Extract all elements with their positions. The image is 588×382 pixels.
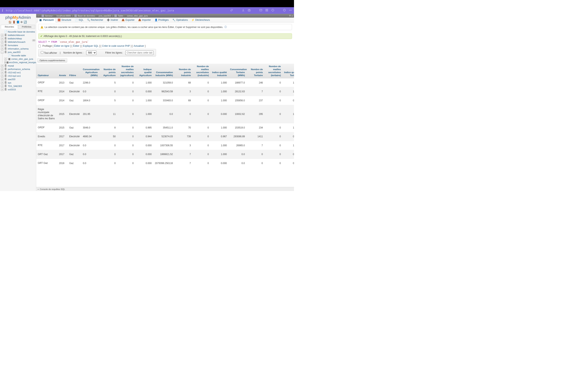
db-item[interactable]: +🗄information_schema [1,47,35,50]
tab-privileges[interactable]: 👤Privilèges [153,18,171,22]
tab-favorites[interactable]: Préférées [18,25,35,29]
column-header[interactable]: Indice qualité Tertiaire [282,64,294,78]
new-table[interactable]: 📄Nouvelle table [4,54,35,57]
column-header[interactable]: Année [57,64,68,78]
download-icon[interactable] [242,9,245,13]
url-text[interactable]: http://localhost:8887/phpMyAdmin5/index.… [6,9,230,12]
table-cell: 739 [174,132,192,141]
column-header[interactable]: Nombre de points Industrie [174,64,192,78]
column-header[interactable]: Nombre de mailles secretisées (tertiaire… [264,64,282,78]
reload-icon[interactable]: 🔄 [24,20,28,24]
mail-icon[interactable] [259,9,262,13]
filter-input[interactable] [126,51,153,55]
explain-link[interactable]: Expliquer SQL [83,45,98,47]
phpmyadmin-logo[interactable]: phpMyAdmin [0,14,36,20]
edit-inline-link[interactable]: Éditer en ligne [54,45,70,47]
db-item[interactable]: +🗄TD1_SAE303 [1,84,35,88]
table-cell: 0 [192,141,210,150]
db-item[interactable]: +🗄sys [1,81,35,84]
php-link[interactable]: Créer le code source PHP [102,45,130,47]
column-header[interactable]: Nombre de points Agriculture [99,64,117,78]
db-item-open[interactable]: −🗄jura_sae303 [1,50,35,54]
table-cell: Electricité [68,105,81,123]
collapse-left-icon[interactable]: ← [37,15,40,17]
table-cell: 3 [174,87,192,96]
extra-options-button[interactable]: Options supplémentaires [37,58,67,62]
table-cell: 0.000 [210,105,228,123]
tab-import[interactable]: 📥Importer [136,18,153,22]
breadcrumb-server[interactable]: Serveur : localhost:8889 [41,15,72,17]
table-cell: 0.000 [135,87,153,96]
tab-triggers[interactable]: ⚡Déclencheurs [189,18,211,22]
db-item[interactable]: +🗄vol2015 [1,88,35,91]
tab-search[interactable]: 🔍Rechercher [85,18,105,22]
table-cell: 2014 [57,96,68,105]
table-cell: 234 [246,123,264,132]
db-item[interactable]: +🗄bddlahchtitwp [1,37,35,40]
link-icon[interactable] [230,9,233,13]
tab-recent[interactable]: Récentes [1,25,18,29]
refresh-link[interactable]: Actualiser [134,45,144,47]
meatball-icon[interactable] [289,9,292,13]
tab-browse[interactable]: ▦Parcourir [37,18,56,22]
home-icon[interactable]: 🏠 [8,20,12,24]
rows-select[interactable]: 500 [86,51,96,55]
settings-icon[interactable]: ⚙ [21,20,24,24]
column-header[interactable]: Indice qualité Industrie [210,64,228,78]
table-cell: 0 [264,123,282,132]
grid-icon[interactable] [265,9,268,13]
table-cell: Electricité [68,132,81,141]
column-header[interactable]: Opérateur [36,64,57,78]
tab-insert[interactable]: ➕Insérer [105,18,120,22]
column-header[interactable]: Consommation Industrie (MWh) [153,64,174,78]
query-actions: Profilage [ Éditer en ligne ] [ Éditer ]… [38,45,292,47]
table-item[interactable]: +▦conso_elec_gaz_jura [4,57,35,60]
column-header[interactable]: Consommation Tertiaire (MWh) [228,64,246,78]
tab-export[interactable]: 📤Exporter [120,18,136,22]
column-header[interactable]: Nombre de points Tertiaire [246,64,264,78]
tab-sql[interactable]: 📄SQL [73,18,85,22]
profiling-checkbox[interactable] [38,45,41,47]
target-icon[interactable] [271,9,274,13]
sql-console-bar[interactable]: ▪ Console de requêtes SQL [36,187,294,191]
breadcrumb-database[interactable]: Base de données : jura_sae303 [73,15,112,17]
db-item[interactable]: +🗄sae203 [1,77,35,81]
column-header[interactable]: Nombre de mailles secretisées (industrie… [192,64,210,78]
table-cell: 0.000 [210,159,228,168]
svg-point-8 [289,10,290,10]
info-icon[interactable]: i [2,8,3,13]
db-item[interactable]: +🗄r313-tp2-ex1 [1,74,35,77]
camera-icon[interactable] [248,9,251,13]
column-header[interactable]: Nombre de mailles secretisées (agricultu… [117,64,135,78]
edit-link[interactable]: Éditer [73,45,79,47]
logout-icon[interactable]: 🚪 [12,20,16,24]
new-database[interactable]: 📄 Nouvelle base de données [1,30,35,33]
show-all[interactable]: Tout afficher [41,51,57,54]
column-header[interactable]: Indique qualité Agriculture [135,64,153,78]
gear-icon[interactable]: ⚙ ▴ [289,14,293,17]
show-all-checkbox[interactable] [41,51,43,54]
db-item[interactable]: +🗄mysql [1,64,35,67]
table-cell: 246 [246,78,264,87]
docs-icon[interactable]: 📘 [16,20,21,24]
breadcrumb-table[interactable]: Table : conso_elec_gaz_jura [113,15,149,17]
table-cell: 7 [174,159,192,168]
collapse-handle-icon[interactable]: ⇔ [32,39,35,41]
tab-operations[interactable]: 🔧Opérations [171,18,190,22]
column-header[interactable]: Consommation Agriculture (MWh) [81,64,99,78]
puzzle-icon[interactable] [283,9,286,13]
db-item[interactable]: +🗄bddlahchtitevent [1,33,35,37]
tab-structure[interactable]: 🧱Structure [56,18,73,22]
svg-point-7 [272,9,274,11]
results-table-wrap[interactable]: OpérateurAnnéeFilièreConsommation Agricu… [36,64,294,191]
table-cell: 0.000 [135,159,153,168]
db-item[interactable]: +🗄bibliolahchiouach [1,40,35,43]
table-item[interactable]: +▦eco2mix_regional_bourgogne [4,60,35,64]
db-item[interactable]: +🗄performance_schema [1,67,35,71]
window-titlebar [0,0,294,7]
column-header[interactable]: Filière [68,64,81,78]
table-cell: 28132.63 [228,87,246,96]
db-item[interactable]: +🗄formulaire [1,43,35,47]
db-item[interactable]: +🗄r313-td2-ex1 [1,71,35,74]
help-icon[interactable]: ⓘ [224,25,227,29]
